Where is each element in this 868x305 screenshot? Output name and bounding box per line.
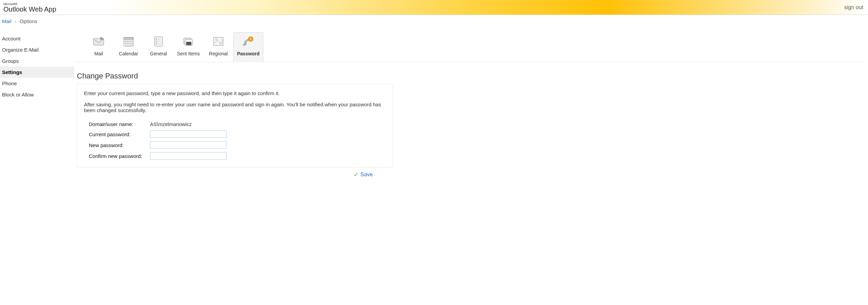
password-form: Enter your current password, type a new …: [77, 84, 393, 167]
breadcrumb: Mail › Options: [0, 15, 868, 30]
tab-sent-items[interactable]: Sent Items: [173, 32, 203, 62]
panel-title: Change Password: [77, 72, 863, 80]
brand-webapp: Web App: [29, 5, 56, 13]
sidebar-item-label: Account: [2, 36, 20, 41]
current-password-input[interactable]: [150, 130, 227, 138]
main-content: Mail Calendar General Sent Items: [74, 30, 868, 178]
save-button[interactable]: Save: [361, 172, 373, 178]
sidebar-item-groups[interactable]: Groups: [0, 55, 74, 67]
sidebar-item-account[interactable]: Account: [0, 33, 74, 44]
sidebar-item-label: Phone: [2, 80, 17, 86]
tab-label: General: [150, 51, 167, 56]
app-logo: Microsoft® Outlook Web App: [3, 2, 56, 13]
breadcrumb-options: Options: [20, 18, 37, 24]
mail-icon: [93, 35, 105, 51]
app-header: Microsoft® Outlook Web App sign out: [0, 0, 868, 15]
svg-rect-18: [186, 42, 191, 45]
svg-point-23: [250, 38, 252, 40]
brand-outlook: Outlook: [3, 5, 27, 13]
confirm-password-label: Confirm new password:: [89, 153, 150, 159]
calendar-icon: [122, 35, 135, 51]
breadcrumb-separator: ›: [13, 19, 18, 24]
tab-label: Sent Items: [177, 51, 200, 56]
svg-rect-2: [124, 37, 133, 39]
new-password-label: New password:: [89, 142, 150, 148]
tab-password[interactable]: Password: [233, 32, 263, 62]
breadcrumb-mail[interactable]: Mail: [2, 18, 12, 24]
tab-label: Regional: [209, 51, 228, 56]
tab-regional[interactable]: Regional: [203, 32, 233, 62]
domain-user-value: AS\mzelmanowicz: [150, 121, 228, 127]
regional-icon: [212, 35, 224, 51]
tab-calendar[interactable]: Calendar: [114, 32, 144, 62]
svg-rect-10: [156, 38, 157, 40]
svg-rect-24: [244, 39, 249, 43]
svg-rect-11: [156, 41, 157, 42]
sidebar-item-label: Settings: [2, 69, 22, 75]
svg-rect-19: [214, 37, 223, 46]
checkmark-icon: ✓: [353, 171, 358, 178]
sidebar-item-label: Block or Allow: [2, 92, 34, 97]
sent-items-icon: [182, 35, 195, 51]
sidebar-item-label: Groups: [2, 58, 19, 64]
panel-instruction: Enter your current password, type a new …: [84, 90, 386, 96]
svg-rect-25: [244, 44, 245, 46]
svg-rect-26: [245, 43, 246, 44]
general-icon: [152, 35, 165, 51]
panel-note: After saving, you might need to re-enter…: [84, 102, 386, 113]
tab-mail[interactable]: Mail: [84, 32, 114, 62]
settings-tabs: Mail Calendar General Sent Items: [74, 32, 863, 62]
change-password-panel: Change Password Enter your current passw…: [74, 62, 863, 178]
sign-out-link[interactable]: sign out: [844, 4, 865, 11]
tab-label: Password: [237, 51, 260, 56]
sidebar-item-settings[interactable]: Settings: [0, 67, 74, 78]
password-icon: [242, 35, 254, 51]
sidebar-item-label: Organize E-Mail: [2, 47, 39, 53]
domain-user-label: Domain\user name:: [89, 121, 150, 127]
tab-label: Mail: [94, 51, 103, 56]
sidebar-item-phone[interactable]: Phone: [0, 78, 74, 89]
current-password-label: Current password:: [89, 131, 150, 137]
brand-owa: Outlook Web App: [3, 6, 56, 13]
sidebar-item-organize-email[interactable]: Organize E-Mail: [0, 44, 74, 55]
tab-general[interactable]: General: [144, 32, 173, 62]
sidebar-item-block-allow[interactable]: Block or Allow: [0, 89, 74, 100]
confirm-password-input[interactable]: [150, 152, 227, 160]
svg-rect-12: [156, 43, 157, 44]
save-row: ✓ Save: [77, 167, 393, 178]
sidebar: Account Organize E-Mail Groups Settings …: [0, 30, 74, 178]
new-password-input[interactable]: [150, 141, 227, 149]
tab-label: Calendar: [119, 51, 138, 56]
